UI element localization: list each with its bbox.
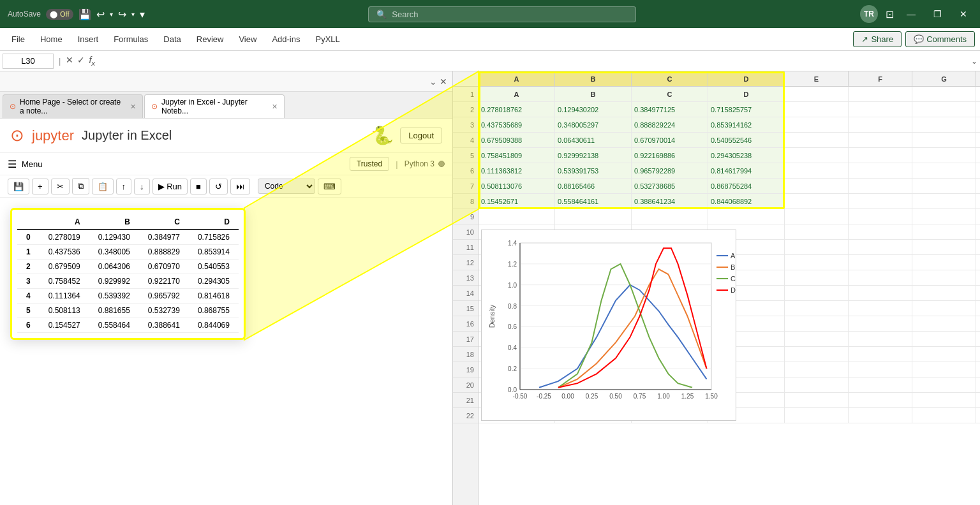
confirm-formula-icon[interactable]: ✓ <box>77 55 85 67</box>
title-bar-icons: 💾 ↩ ▾ ↪ ▾ ▾ <box>78 8 145 20</box>
grid-cell[interactable]: 0.384977125 <box>632 102 708 117</box>
save-icon[interactable]: 💾 <box>78 8 91 20</box>
grid-cell[interactable]: 0.111363812 <box>479 163 555 178</box>
grid-cell[interactable]: 0.922169886 <box>632 148 708 163</box>
table-index-cell: 0 <box>17 230 40 245</box>
tab-home[interactable]: ⊙ Home Page - Select or create a note...… <box>3 94 143 118</box>
undo-dropdown-icon[interactable]: ▾ <box>110 11 113 18</box>
grid-cell[interactable]: 0.539391753 <box>555 163 632 178</box>
redo-icon[interactable]: ↪ <box>118 8 126 20</box>
search-input[interactable] <box>392 10 628 19</box>
collapse-icon[interactable]: ⌄ <box>429 77 437 87</box>
menu-formulas[interactable]: Formulas <box>107 32 154 47</box>
minimize-button[interactable]: — <box>902 8 921 20</box>
keyboard-icon-button[interactable]: ⌨ <box>318 179 341 194</box>
grid-cell[interactable]: 0.715825757 <box>708 102 785 117</box>
redo-dropdown-icon[interactable]: ▾ <box>131 11 135 18</box>
grid-cell[interactable]: 0.670970014 <box>632 133 708 147</box>
run-button[interactable]: ▶ Run <box>152 179 188 194</box>
grid-cell[interactable]: 0.388641234 <box>632 194 708 209</box>
maximize-button[interactable]: ❐ <box>928 8 947 20</box>
grid-cell[interactable]: 0.294305238 <box>708 148 785 163</box>
cut-cell-button[interactable]: ✂ <box>51 179 70 194</box>
row-number: 17 <box>453 332 478 347</box>
grid-cell[interactable]: 0.965792289 <box>632 163 708 178</box>
logout-button[interactable]: Logout <box>400 128 442 143</box>
cell-reference[interactable]: L30 <box>3 54 54 69</box>
grid-cell[interactable]: 0.15452671 <box>479 194 555 209</box>
menu-label[interactable]: Menu <box>22 159 43 169</box>
customize-icon[interactable]: ▾ <box>140 8 145 20</box>
restart-button[interactable]: ↺ <box>209 179 228 194</box>
grid-cell[interactable]: 0.348005297 <box>555 117 632 132</box>
cancel-formula-icon[interactable]: ✕ <box>66 55 73 67</box>
grid-cell[interactable]: 0.278018762 <box>479 102 555 117</box>
copy-cell-button[interactable]: ⧉ <box>72 178 89 194</box>
paste-cell-button[interactable]: 📋 <box>92 179 114 194</box>
formula-expand-icon[interactable]: ⌄ <box>971 57 977 66</box>
grid-cell[interactable]: 0.868755284 <box>708 179 785 193</box>
fast-forward-button[interactable]: ⏭ <box>230 179 250 194</box>
table-data-cell: 0.814618 <box>189 289 239 304</box>
undo-icon[interactable]: ↩ <box>96 8 105 20</box>
grid-cell[interactable]: 0.929992138 <box>555 148 632 163</box>
grid-cell-empty <box>785 163 849 178</box>
jupyter-title: Jupyter in Excel <box>82 128 172 143</box>
python-logo-icon: 🐍 <box>371 125 394 146</box>
grid-cell[interactable]: 0.758451809 <box>479 148 555 163</box>
grid-cell[interactable]: 0.844068892 <box>708 194 785 209</box>
search-box[interactable]: 🔍 <box>368 6 636 22</box>
restore-icon[interactable]: ⊡ <box>886 8 894 20</box>
tab-notebook[interactable]: ⊙ Jupyter in Excel - Jupyter Noteb... ✕ <box>144 94 285 118</box>
comments-button[interactable]: 💬 Comments <box>905 31 975 47</box>
menu-home[interactable]: Home <box>34 32 69 47</box>
grid-cell[interactable]: 0.540552546 <box>708 133 785 147</box>
svg-text:Density: Density <box>488 304 496 328</box>
hamburger-icon[interactable]: ☰ <box>8 158 17 170</box>
grid-cell[interactable]: 0.679509388 <box>479 133 555 147</box>
cell-type-select[interactable]: Code Markdown <box>258 179 315 194</box>
grid-cell[interactable]: 0.06430611 <box>555 133 632 147</box>
tab-home-close[interactable]: ✕ <box>130 103 136 111</box>
tab-notebook-close[interactable]: ✕ <box>272 103 278 111</box>
table-index-cell: 1 <box>17 245 40 260</box>
menu-file[interactable]: File <box>5 32 31 47</box>
add-cell-button[interactable]: + <box>32 179 48 194</box>
move-down-button[interactable]: ↓ <box>134 179 150 194</box>
table-data-cell: 0.532739 <box>139 304 189 318</box>
close-button[interactable]: ✕ <box>954 8 972 20</box>
table-data-cell: 0.508113 <box>40 304 89 318</box>
grid-cell[interactable]: 0.558464161 <box>555 194 632 209</box>
menu-view[interactable]: View <box>232 32 263 47</box>
kernel-label: Python 3 <box>405 159 434 168</box>
menu-review[interactable]: Review <box>190 32 230 47</box>
move-up-button[interactable]: ↑ <box>116 179 132 194</box>
autosave-toggle[interactable]: ⬤Off <box>46 9 73 20</box>
grid-cell[interactable]: 0.888829224 <box>632 117 708 132</box>
formula-bar: L30 | ✕ ✓ fx ⌄ <box>0 51 980 71</box>
row-number: 19 <box>453 362 478 377</box>
grid-cell[interactable]: 0.88165466 <box>555 179 632 193</box>
save-notebook-button[interactable]: 💾 <box>8 179 29 194</box>
title-bar-left: AutoSave ⬤Off 💾 ↩ ▾ ↪ ▾ ▾ <box>8 8 145 20</box>
grid-cell-empty <box>785 102 849 117</box>
grid-cell[interactable]: 0.532738685 <box>632 179 708 193</box>
grid-cell-empty <box>849 117 912 132</box>
tab-home-icon: ⊙ <box>10 102 16 111</box>
grid-cell-empty <box>912 102 976 117</box>
grid-cell[interactable]: 0.437535689 <box>479 117 555 132</box>
grid-cell[interactable]: 0.508113076 <box>479 179 555 193</box>
grid-cell[interactable]: 0.814617994 <box>708 163 785 178</box>
share-button[interactable]: ↗ Share <box>853 31 902 47</box>
formula-input[interactable] <box>98 56 969 66</box>
stop-button[interactable]: ■ <box>190 179 207 194</box>
menu-addins[interactable]: Add-ins <box>265 32 306 47</box>
table-data-cell: 0.868755 <box>189 304 239 318</box>
grid-cell[interactable]: 0.129430202 <box>555 102 632 117</box>
menu-insert[interactable]: Insert <box>71 32 105 47</box>
menu-pyxll[interactable]: PyXLL <box>309 32 346 47</box>
close-panel-icon[interactable]: ✕ <box>440 77 447 87</box>
grid-cell[interactable]: 0.853914162 <box>708 117 785 132</box>
insert-function-icon[interactable]: fx <box>89 55 95 67</box>
menu-data[interactable]: Data <box>157 32 187 47</box>
